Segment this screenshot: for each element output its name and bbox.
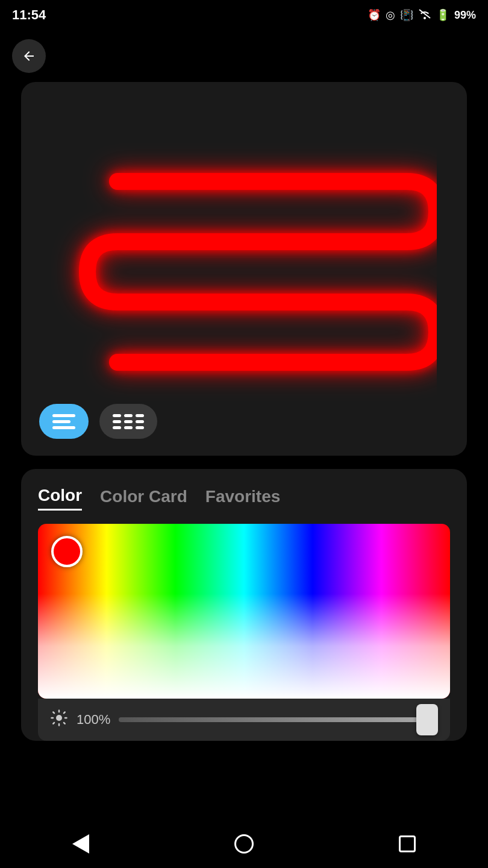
battery-icon: 🔋 <box>436 8 449 22</box>
color-panel: Color Color Card Favorites 100% <box>21 469 467 741</box>
preview-card <box>21 82 467 456</box>
brightness-row: 100% <box>38 699 450 741</box>
nav-back-icon <box>72 834 89 854</box>
vibrate-icon: 📳 <box>400 8 413 22</box>
brightness-slider[interactable] <box>119 717 438 722</box>
nav-recents-icon <box>399 835 416 852</box>
battery-percent: 99% <box>454 9 476 22</box>
svg-line-0 <box>419 10 430 18</box>
wifi-icon <box>418 8 431 22</box>
nav-bar <box>0 820 488 868</box>
back-button[interactable] <box>12 39 46 73</box>
neon-svg <box>51 133 437 404</box>
status-bar: 11:54 ⏰ ◎ 📳 🔋 99% <box>0 0 488 30</box>
brightness-thumb[interactable] <box>416 704 438 735</box>
nav-home-button[interactable] <box>234 834 254 854</box>
alarm-icon: ⏰ <box>368 8 381 22</box>
segmented-lines-icon <box>113 414 144 429</box>
at-icon: ◎ <box>386 8 395 22</box>
tab-favorites[interactable]: Favorites <box>205 486 281 511</box>
tab-color-card[interactable]: Color Card <box>100 486 187 511</box>
sun-icon-svg <box>50 709 68 727</box>
color-tab-bar: Color Color Card Favorites <box>38 486 450 511</box>
color-selector-handle[interactable] <box>51 536 83 567</box>
color-spectrum <box>38 524 450 699</box>
status-time: 11:54 <box>12 7 46 23</box>
status-icons: ⏰ ◎ 📳 🔋 99% <box>368 8 476 22</box>
brightness-value: 100% <box>77 712 110 728</box>
tab-color[interactable]: Color <box>38 486 82 511</box>
continuous-lines-icon <box>52 414 75 429</box>
back-btn-container <box>0 30 488 82</box>
nav-back-button[interactable] <box>72 834 89 854</box>
neon-display <box>21 82 467 456</box>
nav-recents-button[interactable] <box>399 835 416 852</box>
svg-point-1 <box>56 715 62 721</box>
style-tab-segmented[interactable] <box>99 404 157 439</box>
nav-home-icon <box>234 834 254 854</box>
color-picker[interactable] <box>38 524 450 699</box>
back-arrow-icon <box>22 49 36 63</box>
style-tab-continuous[interactable] <box>39 404 89 439</box>
style-tabs <box>39 404 157 439</box>
brightness-icon <box>50 709 68 731</box>
